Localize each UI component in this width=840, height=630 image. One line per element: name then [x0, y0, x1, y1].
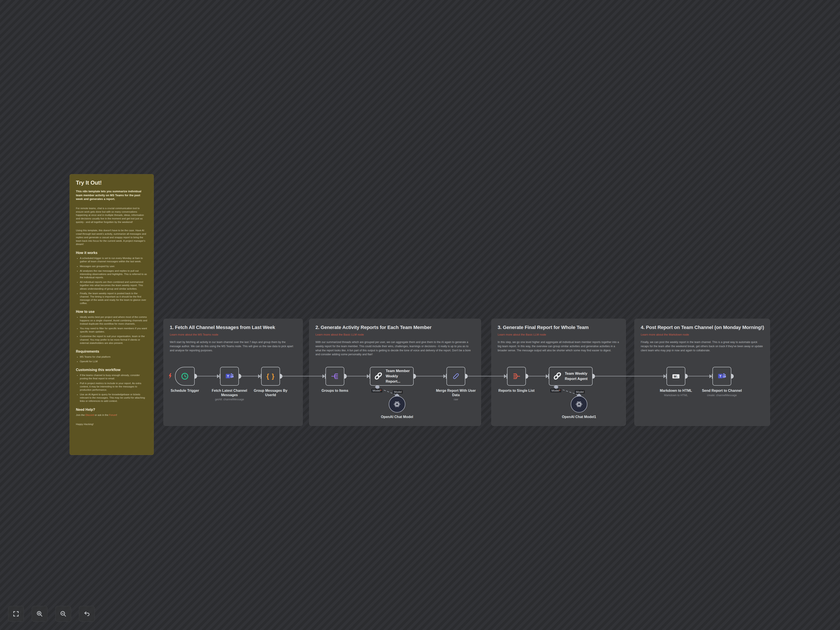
node-schedule-trigger[interactable] — [175, 367, 195, 386]
undo-icon — [84, 611, 90, 617]
node-reports-to-single-list[interactable] — [507, 367, 526, 386]
node-merge-report-with-user-data[interactable] — [447, 367, 465, 386]
label-text: OpenAI Chat Model1 — [553, 415, 605, 419]
learn-more-link[interactable]: Learn more about the Markdown node — [641, 333, 764, 336]
node-label: Reports to Single List — [490, 388, 543, 393]
sticky-section: How to use Ideally works best per projec… — [76, 310, 147, 344]
zoom-in-button[interactable] — [32, 606, 47, 622]
help-prefix: Join the — [76, 414, 85, 416]
model-label-text: Model — [576, 390, 584, 393]
model-port-label: Model* — [550, 389, 561, 392]
model-port-label: Model* — [371, 389, 382, 392]
required-asterisk: * — [380, 389, 381, 392]
node-label: Group Messages By UserId — [244, 388, 297, 397]
section-note-4[interactable]: 4. Post Report on Team Channel (on Monda… — [635, 319, 770, 426]
node-inner-label: Team Weekly Report Agent — [565, 371, 587, 382]
node-sublabel: getAll: channelMessage — [203, 398, 256, 401]
required-asterisk: * — [559, 389, 560, 392]
node-fetch-latest-channel-messages[interactable]: T — [220, 367, 239, 386]
node-team-member-weekly-report-agent[interactable]: Team Member Weekly Report... — [370, 367, 414, 386]
forum-link[interactable]: Forum — [109, 414, 116, 416]
sticky-paragraph: Using this template, this doesn't have t… — [76, 229, 147, 246]
ms-teams-icon: T — [718, 372, 726, 381]
label-text: Fetch Latest Channel Messages — [209, 388, 250, 397]
node-group-messages-by-userid[interactable]: { } — [261, 367, 280, 386]
node-label: Markdown to HTMLMarkdown to HTML — [650, 388, 702, 397]
node-sublabel: create: channelMessage — [696, 394, 748, 397]
learn-more-link[interactable]: Learn more about the Basic LLM node — [497, 333, 619, 336]
node-markdown-to-html[interactable]: M↓ — [666, 367, 685, 386]
label-line: Weekly Report... — [386, 374, 413, 384]
label-text: Send Report to Channel — [696, 388, 748, 393]
connection-line — [279, 376, 325, 376]
list-item: Messages are grouped by user. — [80, 265, 147, 268]
connection-line — [194, 376, 219, 376]
aggregate-icon — [513, 372, 520, 380]
execute-bolt-icon — [169, 373, 172, 379]
sticky-section: Customising this workflow If the teams c… — [76, 368, 147, 403]
teams-letter: T — [227, 374, 229, 378]
node-openai-chat-model1[interactable] — [571, 396, 587, 412]
list-item: A scheduled trigger is set to run every … — [80, 257, 147, 263]
list-item: AI analyses the raw messages and replies… — [80, 269, 147, 279]
discord-link[interactable]: Discord — [85, 414, 94, 416]
connection-line — [344, 376, 369, 376]
sticky-section-heading: Customising this workflow — [76, 368, 147, 372]
node-label: OpenAI Chat Model — [371, 415, 423, 419]
learn-more-link[interactable]: Learn more about the MS Teams node — [170, 333, 297, 336]
node-send-report-to-channel[interactable]: T — [712, 367, 731, 386]
list-item: Pull in project metrics to include in yo… — [80, 382, 147, 392]
sticky-signoff: Happy Hacking! — [76, 423, 147, 425]
help-suffix: ! — [116, 414, 117, 416]
list-item: Customise the report to suit your organi… — [80, 335, 147, 345]
label-line: Team Weekly — [565, 371, 587, 376]
sticky-sections: How it works A scheduled trigger is set … — [76, 251, 147, 403]
learn-more-link[interactable]: Learn more about the Basic LLM node — [316, 333, 475, 336]
list-item: You may need to filter for specific team… — [80, 327, 147, 333]
sticky-help-line: Join the Discord or ask in the Forum! — [76, 414, 147, 417]
llm-chain-icon — [374, 372, 383, 381]
node-team-weekly-report-agent[interactable]: Team Weekly Report Agent — [549, 367, 592, 386]
clock-icon — [181, 372, 189, 380]
node-label: Send Report to Channelcreate: channelMes… — [696, 388, 748, 397]
node-inner-label: Team Member Weekly Report... — [386, 368, 413, 384]
undo-button[interactable] — [79, 606, 95, 622]
connection-line — [238, 376, 261, 376]
markdown-icon: M↓ — [673, 374, 679, 379]
sticky-bullet-list: If the teams channel is busy enough alre… — [76, 374, 147, 403]
node-sublabel: Markdown to HTML — [650, 394, 702, 397]
teams-letter: T — [720, 374, 722, 378]
connection-line — [685, 376, 712, 376]
node-groups-to-items[interactable] — [325, 367, 344, 386]
label-line: Report Agent — [565, 376, 587, 382]
label-text: OpenAI Chat Model — [371, 415, 423, 419]
sticky-section-heading: Requirements — [76, 350, 147, 354]
section-description: Finally, we can post the weekly report i… — [641, 340, 764, 352]
label-line: Team Member — [386, 368, 413, 374]
ms-teams-icon: T — [225, 372, 234, 381]
node-openai-chat-model[interactable] — [389, 396, 405, 412]
node-label: Groups to Items — [309, 388, 361, 393]
sticky-section-heading: How to use — [76, 310, 147, 314]
sticky-note-try-it-out[interactable]: Try It Out! This n8n template lets you s… — [69, 174, 154, 455]
list-item: All individual reports are then combined… — [80, 280, 147, 291]
model-label-text: Model — [551, 389, 559, 392]
code-icon: { } — [267, 373, 275, 380]
label-text: Groups to Items — [309, 388, 361, 393]
model-port-label: Model — [575, 390, 585, 394]
section-title: 2. Generate Activity Reports for Each Te… — [316, 325, 475, 330]
model-label-text: Model — [373, 389, 380, 392]
sticky-bullet-list: MS Teams for chat platform OpenAI for LL… — [76, 355, 147, 363]
zoom-out-button[interactable] — [55, 606, 71, 622]
section-description: We'll start by fetching all activity in … — [170, 340, 297, 352]
connection-line — [465, 376, 507, 376]
label-text: Markdown to HTML — [650, 388, 702, 393]
label-text: Reports to Single List — [490, 388, 543, 393]
fit-view-button[interactable] — [8, 606, 24, 622]
list-item: If the teams channel is busy enough alre… — [80, 374, 147, 380]
model-label-text: Model — [394, 390, 402, 393]
zoom-out-icon — [60, 611, 66, 617]
node-label: Merge Report With User Dataraw — [429, 388, 482, 401]
sticky-paragraph: For remote teams, chat is a crucial comm… — [76, 207, 147, 224]
sticky-section: How it works A scheduled trigger is set … — [76, 251, 147, 305]
